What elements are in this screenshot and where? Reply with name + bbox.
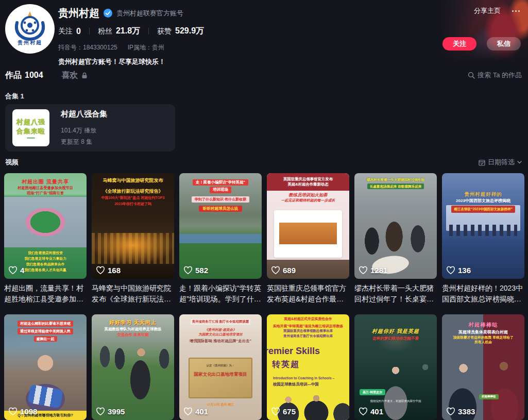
thumbnail-overlay-text: remier Skills <box>267 345 320 358</box>
profile-name: 贵州村超 <box>58 6 99 20</box>
search-icon <box>468 72 475 79</box>
like-count-value: 1098 <box>20 407 37 416</box>
tab-likes-label: 喜欢 <box>62 70 78 81</box>
profile-bio: 贵州村超官方账号！尽享足球快乐！ <box>58 57 528 66</box>
heart-icon <box>359 266 368 275</box>
collection-thumbnail: 村超八强 合集来啦 <box>12 109 49 146</box>
thumbnail-overlay-text: 村超这么精彩的比赛谁不想来呢 <box>18 321 73 327</box>
video-caption[interactable]: 走！跟着小编探访“学转英超”培训现场。学到了什么… <box>179 283 262 305</box>
thumbnail-overlay-text: 听听村超球员怎么说 <box>199 206 242 212</box>
video-thumbnail[interactable]: 贵州省商务厅汇报 副厅长令狐绍辉披露《贵州村超·超英会》为国家文化出口基地培育项… <box>179 314 262 420</box>
collection-thumb-text: 合集来啦 <box>16 127 45 136</box>
avatar[interactable]: 贵州村超 <box>5 4 55 54</box>
heart-icon <box>446 266 455 275</box>
video-card[interactable]: 英国驻重庆总领事馆官方发布英超&村超合作最新动态教练员培训如火如荼一起见证和期待… <box>267 173 349 305</box>
thumbnail-overlay-text: 认定《贵州村超》为： <box>193 364 248 368</box>
thumbnail-overlay-text: 马蜂窝与中国旅游研究院发布 <box>103 177 163 184</box>
like-count-value: 3383 <box>458 407 475 416</box>
heart-icon <box>96 266 105 275</box>
video-thumbnail[interactable]: 村超棒棒哒英超球员集体卖萌表白村超顶级联赛才有这样的氛围 草根足球给了所有人机会… <box>442 314 524 420</box>
likes-count: 529.9万 <box>175 26 204 37</box>
like-count-value: 168 <box>108 266 121 275</box>
thumbnail-overlay-text: 村超棒棒哒 <box>479 394 499 399</box>
thumbnail-overlay-text: 通过草根足球能使中英两国人民 <box>18 328 73 334</box>
thumbnail-overlay-text: 转英超 <box>272 359 300 370</box>
more-icon[interactable] <box>512 8 520 14</box>
video-card[interactable]: 马蜂窝与中国旅游研究院发布《全球旅行新玩法研究报告》中国100大“新玩法”盘点 … <box>92 173 174 305</box>
date-filter[interactable]: 日期筛选 <box>479 158 522 167</box>
video-thumbnail[interactable]: 贵州村超好样的2023中国西部文旅总评榜揭晓榕江县荣获“2023中国西部文旅新榜… <box>442 173 524 279</box>
message-button[interactable]: 私信 <box>487 37 521 51</box>
video-card[interactable]: 好好学习 天天向上英超教练带队为村超培养足球教练交流合作 未来可期 3995 <box>92 314 174 420</box>
like-count: 168 <box>96 266 121 275</box>
video-card[interactable]: 英超&村超正式开启实质性合作实地开展“学转英超”项目为榕江培训足球教练英国驻重庆… <box>267 314 349 420</box>
video-card[interactable]: 贵州村超好样的2023中国西部文旅总评榜揭晓榕江县荣获“2023中国西部文旅新榜… <box>442 173 524 305</box>
tab-likes[interactable]: 喜欢 <box>62 70 88 81</box>
like-count-value: 4 <box>20 266 24 275</box>
video-thumbnail[interactable]: 英超&村超正式开启实质性合作实地开展“学转英超”项目为榕江培训足球教练英国驻重庆… <box>267 314 349 420</box>
ip-location: IP属地：贵州 <box>128 43 164 52</box>
video-thumbnail[interactable]: 马蜂窝与中国旅游研究院发布《全球旅行新玩法研究报告》中国100大“新玩法”盘点 … <box>92 173 174 279</box>
thumbnail-overlay-text: 基兰·特里皮尔 <box>360 389 385 395</box>
like-count-value: 689 <box>283 266 296 275</box>
like-count: 3383 <box>446 407 475 416</box>
thumbnail-overlay-text: 我相信到今年夏天，村超联赛风靡全中国 <box>354 399 437 404</box>
thumbnail-overlay-text: 校园足球教练员培训—中国 <box>273 382 319 387</box>
video-caption[interactable]: 英国驻重庆总领事馆官方发布英超&村超合作最新动态如… <box>267 283 349 305</box>
like-count: 136 <box>446 266 471 275</box>
thumbnail-overlay-text: 贵州村超好样的 <box>464 191 502 197</box>
follow-button[interactable]: 关注 <box>442 37 476 51</box>
thumbnail-overlay-text: 英超球员集体卖萌表白村超 <box>458 329 508 335</box>
thumbnail-overlay-text: 英超&村超正式开启实质性合作 <box>284 316 332 322</box>
search-works[interactable]: 搜索 Ta 的作品 <box>468 71 522 80</box>
thumbnail-overlay-text: 贵州省商务厅汇报 副厅长令狐绍辉披露 <box>191 319 250 325</box>
video-thumbnail[interactable]: 村超出圈 流量共享村超胜地榕江县受邀参加央视节目现场“打广告”招商引资我们急需酒… <box>4 173 87 279</box>
video-thumbnail[interactable]: 缪杰村长带着一头大肥猪回村过侗年啦长桌宴庖汤搞起来 欢歌载舞乐起来 1281 <box>354 173 437 279</box>
video-thumbnail[interactable]: 英国驻重庆总领事馆官方发布英超&村超合作最新动态教练员培训如火如荼一起见证和期待… <box>267 173 349 279</box>
video-caption[interactable]: 缪杰村长带着一头大肥猪回村过侗年了！长桌宴庖汤搞起… <box>354 283 437 305</box>
verified-badge-icon <box>104 9 112 18</box>
like-count: 3995 <box>96 407 125 416</box>
thumbnail-overlay-text: 2023中国西部文旅总评榜揭晓 <box>456 198 510 204</box>
video-card[interactable]: 村超棒棒哒英超球员集体卖萌表白村超顶级联赛才有这样的氛围 草根足球给了所有人机会… <box>442 314 524 420</box>
heart-icon <box>271 407 280 416</box>
video-card[interactable]: 村超你好 我是英超这样的梦幻联动你怎能不爱基兰·特里皮尔我相信到今年夏天，村超联… <box>354 314 437 420</box>
like-count-value: 401 <box>370 407 383 416</box>
thumbnail-overlay-text: 教练员培训如火如荼 <box>288 192 327 198</box>
profile-tabs: 作品 1004 喜欢 搜索 Ta 的作品 <box>5 70 522 80</box>
video-card[interactable]: 贵州省商务厅汇报 副厅长令狐绍辉披露《贵州村超·超英会》为国家文化出口基地培育项… <box>179 314 262 420</box>
like-count: 675 <box>271 407 296 416</box>
thumbnail-overlay-text: 凝聚在一起 <box>34 336 57 342</box>
divider <box>89 28 90 35</box>
thumbnail-overlay-text: 一起见证和期待村超的每一步成长 <box>281 198 335 203</box>
thumbnail-overlay-text: 榕江县荣获“2023中国西部文旅新榜样” <box>451 206 515 212</box>
avatar-text: 贵州村超 <box>18 39 42 46</box>
video-card[interactable]: 缪杰村长带着一头大肥猪回村过侗年啦长桌宴庖汤搞起来 欢歌载舞乐起来 1281 缪… <box>354 173 437 305</box>
video-thumbnail[interactable]: 走！跟着小编探访“学转英超”培训现场学到了什么新知识 有什么新收获听听村超球员怎… <box>179 173 262 279</box>
tab-works[interactable]: 作品 1004 <box>5 70 43 81</box>
video-caption[interactable]: 马蜂窝与中国旅游研究院发布《全球旅行新玩法研究报告… <box>92 283 174 305</box>
following-count: 0 <box>76 27 81 36</box>
video-thumbnail[interactable]: 好好学习 天天向上英超教练带队为村超培养足球教练交流合作 未来可期 3995 <box>92 314 174 420</box>
video-caption[interactable]: 贵州村超好样的！2023中国西部文旅总评榜揭晓，榕江县… <box>442 283 524 305</box>
video-card[interactable]: 村超这么精彩的比赛谁不想来呢通过草根足球能使中英两国人民凝聚在一起Q：贵州村超有… <box>4 314 87 420</box>
thumbnail-overlay-text: 《全球旅行新玩法研究报告》 <box>103 188 163 195</box>
video-card[interactable]: 走！跟着小编探访“学转英超”培训现场学到了什么新知识 有什么新收获听听村超球员怎… <box>179 173 262 305</box>
thumbnail-overlay-text: 村超棒棒哒 <box>468 321 498 329</box>
video-thumbnail[interactable]: 村超你好 我是英超这样的梦幻联动你怎能不爱基兰·特里皮尔我相信到今年夏天，村超联… <box>354 314 437 420</box>
video-card[interactable]: 村超出圈 流量共享村超胜地榕江县受邀参加央视节目现场“打广告”招商引资我们急需酒… <box>4 173 87 305</box>
douyin-id: 抖音号：1843300125 <box>58 43 117 52</box>
video-caption[interactable]: 村超出圈，流量共享！村超胜地榕江县受邀参加央视节目 … <box>4 283 87 305</box>
collection-card[interactable]: 村超八强 合集来啦 村超八强合集 101.4万 播放 更新至 8 集 <box>5 104 175 152</box>
thumbnail-overlay-text: 2023年你打卡村超了吗 <box>114 201 151 207</box>
video-thumbnail[interactable]: 村超这么精彩的比赛谁不想来呢通过草根足球能使中英两国人民凝聚在一起Q：贵州村超有… <box>4 314 87 420</box>
like-count: 582 <box>183 266 208 275</box>
share-profile-button[interactable]: 分享主页 <box>474 6 501 15</box>
like-count: 1281 <box>359 266 387 275</box>
like-count-value: 136 <box>458 266 471 275</box>
thumbnail-overlay-text: 国家文化出口基地培育项目 <box>191 371 250 377</box>
thumbnail-overlay-text: 走！跟着小编探访“学转英超” <box>193 179 248 186</box>
calendar-icon <box>479 159 485 166</box>
collection-section: 合集 1 村超八强 合集来啦 村超八强合集 101.4万 播放 更新至 8 集 <box>5 92 523 152</box>
thumbnail-overlay-text: 为国家文化出口基地培育项目 <box>198 332 243 337</box>
